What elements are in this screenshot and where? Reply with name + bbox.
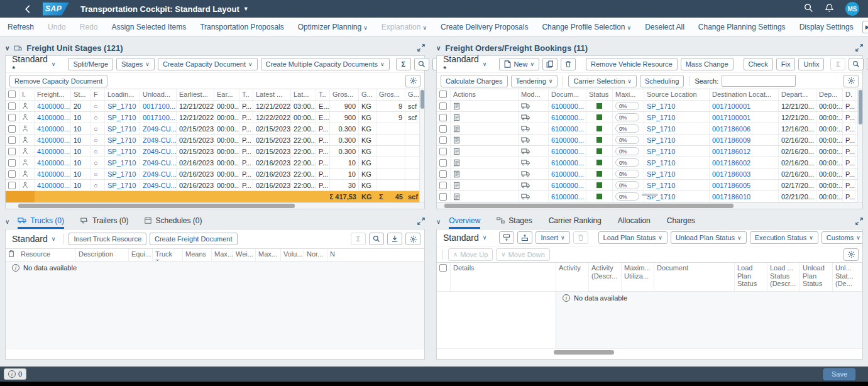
unfix-button[interactable]: Unfix	[798, 58, 824, 70]
column-header[interactable]: N	[327, 249, 424, 261]
table-link[interactable]: 4100000...	[37, 148, 70, 155]
table-link[interactable]: 4100000...	[37, 102, 70, 110]
expand-icon[interactable]	[855, 218, 863, 225]
table-row[interactable]: 4100000...10○SP_17100017100...12/21/2022…	[6, 112, 424, 123]
actions-document-icon[interactable]	[453, 170, 460, 178]
table-link[interactable]: Z049-CU...	[143, 136, 177, 144]
table-link[interactable]: SP_1710	[107, 170, 136, 178]
tab-overview[interactable]: Overview	[449, 214, 480, 229]
mass-change-button[interactable]: Mass Change	[681, 58, 733, 70]
save-button[interactable]: Save	[823, 368, 855, 380]
table-link[interactable]: SP_1710	[647, 125, 675, 133]
table-link[interactable]: Z049-CU...	[143, 159, 177, 167]
transportation-proposals-link[interactable]: Transportation Proposals	[200, 23, 284, 31]
table-link[interactable]: SP_1710	[647, 182, 675, 189]
table-link[interactable]: 0017186002	[712, 159, 750, 167]
row-checkbox[interactable]	[8, 182, 16, 189]
assign-selected-items-link[interactable]: Assign Selected Items	[111, 23, 186, 31]
table-link[interactable]: 0017100001	[712, 102, 750, 110]
table-link[interactable]: 4100000...	[37, 159, 70, 167]
gear-button[interactable]	[843, 248, 859, 261]
remove-capacity-document-button[interactable]: Remove Capacity Document	[9, 75, 107, 87]
column-header[interactable]: Destination Locat...	[710, 89, 779, 100]
column-header[interactable]	[437, 89, 451, 100]
refresh-link[interactable]: Refresh	[8, 23, 34, 31]
row-checkbox[interactable]	[439, 148, 447, 155]
table-link[interactable]: 4100000...	[37, 136, 70, 144]
row-checkbox[interactable]	[439, 170, 447, 178]
vertical-scrollbar[interactable]	[857, 89, 862, 202]
actions-document-icon[interactable]	[453, 148, 460, 155]
table-row[interactable]: 6100000...0%SP_1710001718600202/16/20...…	[437, 157, 862, 168]
actions-document-icon[interactable]	[453, 193, 460, 201]
table-link[interactable]: 0017186009	[712, 136, 750, 144]
app-title[interactable]: Transportation Cockpit: Standard Layout▼	[80, 4, 249, 14]
table-row[interactable]: 4100000...10○SP_1710Z049-CU...02/15/2023…	[6, 135, 424, 146]
table-row[interactable]: 4100000...10○SP_1710Z049-CU...02/15/2023…	[6, 146, 424, 157]
column-header[interactable]: Status	[586, 89, 613, 100]
column-header[interactable]: Gros...	[330, 89, 359, 100]
search-icon[interactable]	[804, 3, 813, 15]
table-link[interactable]: SP_1710	[107, 102, 136, 110]
tab-schedules-0-[interactable]: Schedules (0)	[145, 214, 202, 229]
column-header[interactable]: Unl... Stat... (De...	[833, 263, 862, 291]
column-header[interactable]: Max...	[256, 249, 281, 261]
table-link[interactable]: SP_1710	[107, 114, 136, 121]
stages-button[interactable]: Stages∨	[116, 58, 155, 70]
scrollbar-thumb[interactable]	[420, 90, 424, 109]
search-button[interactable]	[849, 58, 864, 70]
table-link[interactable]: SP_1710	[107, 148, 136, 155]
column-header[interactable]: Document	[654, 263, 735, 291]
deselect-all-link[interactable]: Deselect All	[645, 23, 684, 31]
tab-stages[interactable]: Stages	[497, 214, 532, 229]
column-header[interactable]: Maxim... Utiliza...	[622, 263, 654, 291]
table-link[interactable]: SP_1710	[107, 159, 136, 167]
table-row[interactable]: 4100000...20○SP_17100017100...12/21/2022…	[6, 101, 424, 112]
horizontal-scrollbar[interactable]	[437, 348, 862, 356]
remove-vehicle-resource-button[interactable]: Remove Vehicle Resource	[586, 58, 678, 70]
table-link[interactable]: 6100000...	[551, 159, 584, 167]
insert-button[interactable]: Insert∨	[536, 231, 569, 244]
column-header[interactable]: Max...	[212, 249, 233, 261]
collapse-chevron-icon[interactable]: ∨	[5, 45, 9, 52]
tab-charges[interactable]: Charges	[667, 214, 695, 229]
copy-button[interactable]	[542, 58, 558, 70]
column-header[interactable]: I.	[19, 89, 35, 100]
variant-selector[interactable]: Standard∨	[441, 233, 489, 243]
column-header[interactable]: Volu...	[281, 249, 304, 261]
table-link[interactable]: 0017100001	[712, 114, 750, 121]
table-link[interactable]: 0017186010	[712, 193, 750, 201]
table-row[interactable]: 4100000...10○SP_1710Z049-CU...02/15/2023…	[6, 123, 424, 135]
table-link[interactable]: 6100000...	[551, 102, 584, 110]
optimizer-planning-link[interactable]: Optimizer Planning∨	[298, 23, 368, 31]
table-link[interactable]: 6100000...	[551, 148, 584, 155]
column-header[interactable]: D.	[843, 89, 855, 100]
gear-button[interactable]	[405, 233, 420, 245]
notifications-bell-icon[interactable]	[825, 3, 834, 15]
expand-icon[interactable]	[417, 44, 425, 52]
change-planning-settings-link[interactable]: Change Planning Settings	[698, 23, 786, 31]
tab-trailers-0-[interactable]: Trailers (0)	[80, 214, 129, 229]
scrollbar-thumb[interactable]	[444, 204, 733, 208]
table-link[interactable]: 6100000...	[551, 136, 584, 144]
column-header[interactable]: Earliest...	[177, 89, 214, 100]
row-checkbox[interactable]	[8, 170, 16, 178]
column-header[interactable]: Docum...	[549, 89, 586, 100]
table-link[interactable]: Z049-CU...	[143, 125, 177, 133]
sigma-button[interactable]: Σ	[396, 58, 411, 70]
table-link[interactable]: SP_1710	[647, 148, 675, 155]
table-link[interactable]: SP_1710	[107, 136, 136, 144]
row-checkbox[interactable]	[439, 193, 447, 201]
tendering-button[interactable]: Tendering∨	[511, 75, 558, 87]
load-plan-status-button[interactable]: Load Plan Status∨	[598, 231, 667, 244]
insafter-button[interactable]	[499, 231, 514, 244]
column-header[interactable]: Mod...	[519, 89, 549, 100]
row-checkbox[interactable]	[8, 114, 16, 121]
table-link[interactable]: 6100000...	[551, 114, 584, 121]
column-header[interactable]: Activity	[556, 263, 589, 291]
table-link[interactable]: 0017186012	[712, 148, 750, 155]
table-link[interactable]: Z049-CU...	[143, 148, 177, 155]
actions-document-icon[interactable]	[453, 182, 460, 189]
execution-status-button[interactable]: Execution Status∨	[750, 231, 818, 244]
row-checkbox[interactable]	[8, 102, 16, 110]
